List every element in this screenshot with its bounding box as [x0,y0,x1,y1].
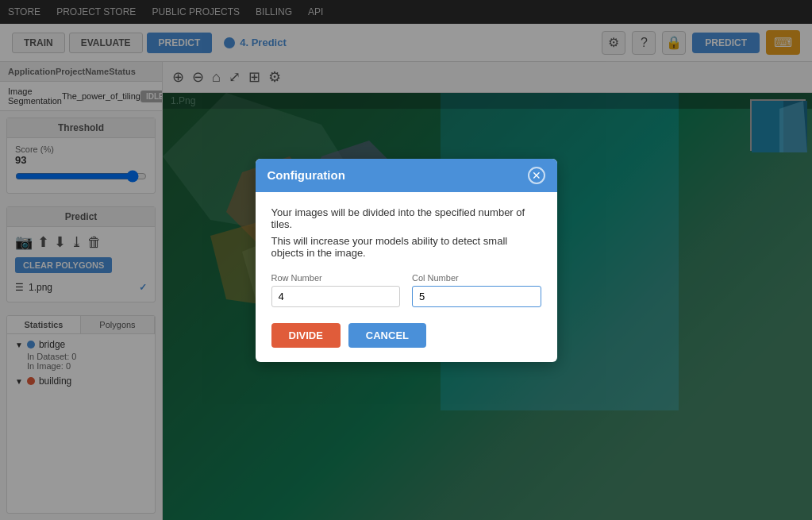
col-number-group: Col Number [412,273,541,307]
modal-actions: DIVIDE CANCEL [271,323,541,348]
modal-description2: This will increase your models ability t… [271,235,541,259]
modal-header: Configuration ✕ [256,159,557,192]
row-number-label: Row Number [271,273,401,283]
col-number-label: Col Number [412,273,541,283]
modal-close-button[interactable]: ✕ [528,167,545,184]
modal-title: Configuration [267,168,345,182]
modal-fields: Row Number Col Number [271,273,541,307]
modal-body: Your images will be divided into the spe… [256,192,557,362]
divide-button[interactable]: DIVIDE [271,323,341,348]
row-number-group: Row Number [271,273,401,307]
row-number-input[interactable] [271,286,401,307]
col-number-input[interactable] [412,286,541,307]
cancel-button[interactable]: CANCEL [348,323,426,348]
modal-overlay: Configuration ✕ Your images will be divi… [0,0,812,520]
modal-description1: Your images will be divided into the spe… [271,206,541,230]
configuration-modal: Configuration ✕ Your images will be divi… [256,159,557,362]
